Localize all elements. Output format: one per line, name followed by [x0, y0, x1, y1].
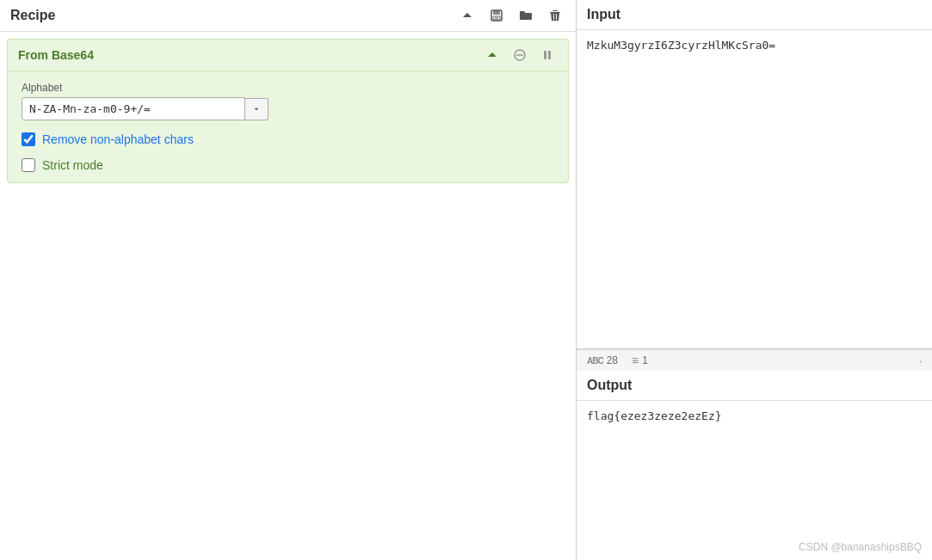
trash-icon [548, 9, 562, 22]
save-icon [490, 9, 503, 22]
alphabet-field-group: Alphabet [22, 82, 554, 120]
strict-mode-label[interactable]: Strict mode [42, 158, 103, 172]
svg-rect-3 [495, 17, 498, 19]
right-panel: Input MzkuM3gyrzI6Z3cyrzHlMKcSra0= ABC 2… [577, 0, 932, 560]
operation-card-controls [482, 46, 558, 64]
operation-collapse-button[interactable] [482, 46, 503, 64]
remove-nonalpha-row: Remove non-alphabet chars [22, 132, 554, 146]
char-count-value: 28 [607, 354, 618, 366]
output-header: Output [577, 371, 932, 401]
svg-rect-7 [548, 51, 551, 59]
save-button[interactable] [486, 7, 507, 24]
operation-card: From Base64 [7, 39, 569, 183]
disable-icon [513, 48, 527, 62]
left-empty-area [0, 190, 576, 560]
alphabet-label: Alphabet [22, 82, 554, 94]
operation-disable-button[interactable] [509, 46, 530, 64]
input-section: Input MzkuM3gyrzI6Z3cyrzHlMKcSra0= [577, 0, 932, 349]
alphabet-input[interactable] [22, 97, 245, 120]
alphabet-dropdown-button[interactable] [245, 98, 268, 120]
input-header: Input [577, 0, 932, 30]
recipe-header-icons [457, 7, 565, 24]
operation-title: From Base64 [18, 48, 94, 62]
line-count-item: ≡ 1 [632, 354, 648, 367]
svg-rect-1 [493, 10, 500, 15]
operation-card-body: Alphabet Remove non-alphabet chars [8, 71, 568, 182]
strict-mode-checkbox[interactable] [22, 158, 35, 172]
left-panel: Recipe [0, 0, 577, 560]
open-folder-button[interactable] [515, 7, 536, 24]
strict-mode-row: Strict mode [22, 158, 554, 172]
recipe-title: Recipe [10, 8, 55, 23]
collapse-button[interactable] [457, 7, 478, 24]
operation-pause-button[interactable] [537, 46, 558, 64]
output-textarea[interactable]: flag{ezez3zeze2ezEz} [577, 401, 932, 538]
char-count-icon: ABC [587, 356, 603, 366]
chevron-up-icon [460, 9, 474, 22]
dropdown-arrow-icon [252, 105, 261, 114]
folder-icon [519, 9, 533, 22]
alphabet-select-container [22, 97, 554, 120]
operation-card-header: From Base64 [8, 40, 568, 71]
output-section: Output flag{ezez3zeze2ezEz} CSDN @banana… [577, 371, 932, 560]
recipe-header: Recipe [0, 0, 576, 32]
input-textarea[interactable]: MzkuM3gyrzI6Z3cyrzHlMKcSra0= [577, 30, 932, 348]
chevron-up-small-icon [485, 48, 499, 62]
remove-nonalpha-checkbox[interactable] [22, 132, 35, 146]
watermark: CSDN @bananashipsBBQ [577, 538, 932, 560]
char-count-item: ABC 28 [587, 354, 618, 366]
svg-rect-6 [544, 51, 546, 59]
delete-button[interactable] [545, 7, 565, 24]
line-count-icon: ≡ [632, 354, 639, 367]
line-count-value: 1 [642, 354, 648, 366]
input-status-bar: ABC 28 ≡ 1 [577, 349, 932, 371]
remove-nonalpha-label[interactable]: Remove non-alphabet chars [42, 132, 194, 146]
pause-icon [540, 48, 554, 62]
